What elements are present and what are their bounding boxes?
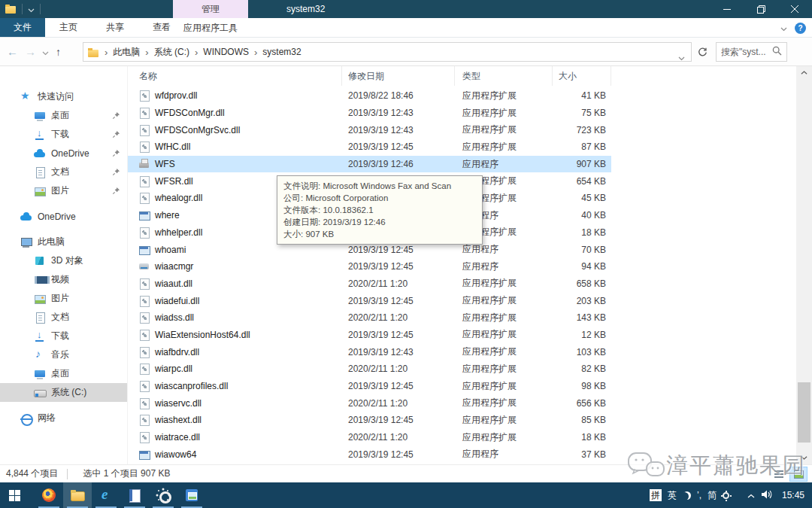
sidebar-item-icon	[34, 166, 46, 178]
contextual-tab-manage[interactable]: 管理	[173, 0, 248, 18]
address-dropdown-caret-icon[interactable]	[678, 50, 685, 64]
sidebar-item[interactable]: 桌面	[0, 364, 127, 383]
file-row[interactable]: wiaacmgr 2019/3/19 12:45 应用程序 94 KB	[128, 258, 611, 275]
thumbnail-view-icon	[794, 470, 804, 479]
breadcrumb-label[interactable]: 此电脑	[113, 46, 140, 59]
taskbar-app-button[interactable]	[149, 482, 177, 508]
sidebar-item[interactable]: 系统 (C:)	[0, 383, 127, 402]
file-row[interactable]: wiarpc.dll 2020/2/11 1:20 应用程序扩展 82 KB	[128, 360, 611, 378]
sidebar-item[interactable]: 文档	[0, 163, 127, 181]
ime-punctuation-indicator[interactable]: ’,	[697, 490, 701, 500]
file-size: 18 KB	[553, 432, 611, 443]
sidebar-item[interactable]: 网络	[0, 409, 127, 427]
file-row[interactable]: wiadefui.dll 2019/3/19 12:45 应用程序扩展 203 …	[128, 292, 611, 309]
file-row[interactable]: wiatrace.dll 2020/2/11 1:20 应用程序扩展 18 KB	[128, 429, 611, 446]
scroll-up-icon[interactable]	[796, 66, 812, 79]
search-input[interactable]: 搜索"syst...	[716, 42, 787, 62]
sidebar-item[interactable]: OneDrive	[0, 144, 127, 163]
sort-ascending-caret-icon[interactable]	[359, 68, 367, 78]
column-header-name[interactable]: 名称	[128, 66, 342, 86]
file-row[interactable]: WFS 2019/3/19 12:46 应用程序 907 KB	[128, 156, 611, 173]
file-row[interactable]: wiascanprofiles.dll 2019/3/19 12:45 应用程序…	[128, 378, 611, 395]
start-button[interactable]	[0, 482, 35, 508]
ime-settings-gear-icon[interactable]	[723, 492, 729, 499]
file-row[interactable]: WfHC.dll 2019/3/19 12:45 应用程序扩展 87 KB	[128, 138, 611, 156]
quick-access-toolbar-caret-icon[interactable]	[28, 2, 35, 16]
moon-icon[interactable]	[683, 491, 691, 500]
file-row[interactable]: wiafbdrv.dll 2019/3/19 12:43 应用程序扩展 103 …	[128, 343, 611, 360]
breadcrumb-item[interactable]: WINDOWS	[189, 47, 249, 58]
sidebar-item[interactable]: 文档	[0, 308, 127, 327]
file-row[interactable]: WiaExtensionHost64.dll 2019/3/19 12:45 应…	[128, 327, 611, 344]
forward-button[interactable]	[25, 46, 36, 57]
tab-application-tools[interactable]: 应用程序工具	[173, 18, 248, 38]
file-row[interactable]: wiawow64 2019/3/19 12:45 应用程序 37 KB	[128, 446, 611, 463]
clock[interactable]: 15:45	[782, 490, 804, 500]
sidebar-item[interactable]: 3D 对象	[0, 251, 127, 270]
tray-expand-chevron-icon[interactable]	[747, 490, 755, 500]
file-row[interactable]: wiaservc.dll 2020/2/11 1:20 应用程序扩展 656 K…	[128, 394, 611, 412]
breadcrumb-label[interactable]: WINDOWS	[203, 47, 249, 57]
address-band: 此电脑 系统 (C:) WINDOWS system32 搜索"syst...	[0, 38, 812, 66]
sidebar-item[interactable]: 此电脑	[0, 233, 127, 251]
sidebar-item[interactable]: 快速访问	[0, 87, 127, 106]
file-row[interactable]: wiaaut.dll 2020/2/11 1:20 应用程序扩展 658 KB	[128, 275, 611, 293]
taskbar-app-button[interactable]	[177, 482, 206, 508]
details-view-button[interactable]	[770, 467, 788, 482]
breadcrumb-item[interactable]: system32	[249, 47, 301, 58]
help-icon[interactable]	[795, 23, 806, 34]
sidebar-item[interactable]: 下载	[0, 125, 127, 144]
recent-locations-caret-icon[interactable]	[42, 45, 49, 59]
sidebar-item[interactable]: 视频	[0, 270, 127, 289]
sidebar-item[interactable]: 图片	[0, 181, 127, 200]
tab-share[interactable]: 共享	[92, 18, 138, 37]
sidebar-item[interactable]: OneDrive	[0, 207, 127, 226]
address-bar[interactable]: 此电脑 系统 (C:) WINDOWS system32	[83, 42, 692, 62]
sidebar-item-label: 3D 对象	[51, 254, 83, 267]
tab-file[interactable]: 文件	[0, 18, 45, 37]
file-type: 应用程序扩展	[455, 312, 553, 324]
minimize-button[interactable]	[710, 0, 744, 18]
breadcrumb-label[interactable]: 系统 (C:)	[154, 46, 189, 59]
scrollbar-thumb[interactable]	[798, 382, 810, 443]
ime-simplified-indicator[interactable]: 简	[707, 489, 717, 502]
file-name: wiadss.dll	[155, 312, 194, 323]
file-modified-date: 2020/2/11 1:20	[342, 312, 455, 323]
ribbon-expand-caret-icon[interactable]	[780, 21, 787, 35]
sidebar-item[interactable]: 图片	[0, 289, 127, 308]
divider	[22, 4, 23, 14]
scroll-down-icon[interactable]	[796, 452, 812, 464]
file-row[interactable]: wiashext.dll 2019/3/19 12:45 应用程序扩展 85 K…	[128, 412, 611, 429]
vertical-scrollbar[interactable]	[796, 66, 812, 464]
column-header-type[interactable]: 类型	[455, 66, 553, 86]
refresh-icon[interactable]	[698, 47, 707, 60]
taskbar-app-icon	[71, 488, 84, 502]
restore-button[interactable]	[744, 0, 778, 18]
search-icon[interactable]	[772, 45, 782, 59]
breadcrumb-item[interactable]: 此电脑	[99, 46, 140, 59]
up-button[interactable]	[56, 46, 61, 57]
volume-icon[interactable]	[761, 489, 773, 502]
breadcrumb-chevron-icon	[189, 47, 203, 58]
sidebar-item[interactable]: 桌面	[0, 106, 127, 125]
file-row[interactable]: wfdprov.dll 2019/8/22 18:46 应用程序扩展 41 KB	[128, 87, 611, 105]
breadcrumb-item[interactable]: 系统 (C:)	[140, 46, 189, 59]
tab-home[interactable]: 主页	[45, 18, 92, 37]
back-button[interactable]	[7, 46, 18, 57]
sidebar-item[interactable]: 音乐	[0, 345, 127, 364]
taskbar-app-button[interactable]	[63, 482, 92, 508]
ime-english-indicator[interactable]: 英	[668, 489, 677, 502]
ime-pinyin-indicator[interactable]: 拼	[650, 489, 662, 501]
file-row[interactable]: WFDSConMgr.dll 2019/3/19 12:43 应用程序扩展 75…	[128, 105, 611, 122]
taskbar-app-button[interactable]	[92, 482, 120, 508]
file-type: 应用程序	[455, 448, 553, 461]
breadcrumb-label[interactable]: system32	[262, 47, 301, 57]
file-row[interactable]: wiadss.dll 2020/2/11 1:20 应用程序扩展 143 KB	[128, 309, 611, 327]
taskbar-app-button[interactable]	[35, 482, 63, 508]
column-header-size[interactable]: 大小	[553, 66, 611, 86]
taskbar-app-button[interactable]	[120, 482, 149, 508]
thumbnail-view-button[interactable]	[789, 467, 807, 482]
close-button[interactable]	[778, 0, 812, 18]
file-row[interactable]: WFDSConMgrSvc.dll 2019/3/19 12:43 应用程序扩展…	[128, 121, 611, 138]
sidebar-item[interactable]: 下载	[0, 327, 127, 345]
